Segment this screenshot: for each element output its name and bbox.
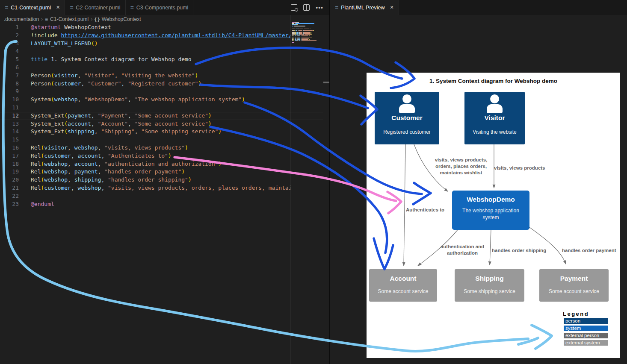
code-line[interactable]: 21Rel(customer, webshop, "visits, views … [0, 184, 290, 192]
code-line[interactable]: 14System_Ext(shipping, "Shipping", "Some… [0, 128, 290, 136]
code-token: "handles order shipping" [108, 176, 188, 183]
line-number: 10 [0, 96, 19, 104]
code-line[interactable]: 13System_Ext(account, "Account", "Some a… [0, 120, 290, 128]
tab-plantuml-preview[interactable]: ≡PlantUML Preview✕ [330, 0, 399, 15]
person-icon [397, 94, 417, 113]
code-token: visitor [54, 72, 78, 79]
code-token: "Some account service" [135, 120, 208, 127]
code-token: @startuml [31, 24, 61, 30]
code-line[interactable]: 11 [0, 104, 290, 112]
split-editor-icon[interactable] [303, 4, 310, 11]
code-token: webshop [74, 144, 98, 151]
code-token: customer [44, 185, 71, 191]
code-line[interactable]: 3LAYOUT_WITH_LEGEND() [0, 40, 290, 48]
plantuml-preview-pane: 1. System Context diagram for Webshop de… [330, 15, 627, 364]
edge-label: handles order shipping [492, 247, 546, 254]
breadcrumb-file[interactable]: C1-Context.puml [50, 16, 89, 22]
close-icon[interactable]: ✕ [390, 5, 394, 10]
diagram-canvas: 1. System Context diagram for Webshop de… [367, 73, 620, 358]
editor-group-preview: ≡PlantUML Preview✕ 1. System Context dia… [330, 0, 627, 364]
code-line[interactable]: 8Person(customer, "Customer", "Registere… [0, 80, 290, 88]
plantuml-file-icon: ≡ [130, 5, 134, 11]
code-token: ( [51, 96, 54, 103]
code-token: Rel [31, 176, 41, 183]
code-line[interactable]: 5title 1. System Context diagram for Web… [0, 56, 290, 64]
more-actions-icon[interactable]: ••• [316, 6, 323, 10]
code-line[interactable]: 18Rel(webshop, account, "authentication … [0, 160, 290, 168]
code-line[interactable]: 2!include https://raw.githubusercontent.… [0, 32, 290, 40]
vscode-window: ≡C1-Context.puml✕≡C2-Container.puml≡C3-C… [0, 0, 627, 364]
code-token: ( [51, 72, 54, 79]
code-editor[interactable]: 1@startuml WebshopContext2!include https… [0, 23, 329, 364]
breadcrumb-folder[interactable]: .documentation [4, 16, 39, 22]
line-number: 11 [0, 104, 19, 112]
code-token: System_Ext [31, 128, 64, 135]
line-number: 19 [0, 168, 19, 176]
node-name: Shipping [455, 275, 524, 282]
code-token: , [98, 168, 105, 175]
code-token: , [115, 72, 121, 79]
code-token: "Some shipping service" [141, 128, 218, 135]
breadcrumb-separator: › [41, 16, 43, 22]
code-line[interactable]: 16Rel(visitor, webshop, "visits, views p… [0, 144, 290, 152]
code-token: "authentication and authorization" [104, 161, 218, 167]
code-token: Person [31, 72, 51, 79]
code-token: https://raw.githubusercontent.com/plantu… [61, 32, 290, 38]
close-icon[interactable]: ✕ [56, 5, 60, 10]
node-description: Some account service [369, 288, 437, 294]
node-name: Payment [539, 275, 609, 282]
code-line[interactable]: 7Person(visitor, "Visitor", "Visiting th… [0, 72, 290, 80]
diagram-node-shipping: ShippingSome shipping service [455, 269, 524, 302]
line-number: 15 [0, 136, 19, 144]
symbol-braces-icon: { } [95, 17, 100, 22]
code-token: , [81, 80, 88, 87]
line-number: 6 [0, 64, 19, 72]
code-token: , [68, 168, 74, 175]
code-token: , [78, 96, 85, 103]
code-token: payment [74, 168, 98, 175]
breadcrumb-symbol[interactable]: WebshopContext [102, 16, 141, 22]
node-description: Registered customer [375, 129, 439, 135]
line-number: 17 [0, 152, 19, 160]
code-line[interactable]: 23@enduml [0, 200, 290, 208]
editor-scrollbar[interactable] [324, 15, 330, 364]
scrollbar-handle[interactable] [323, 82, 330, 83]
code-line[interactable]: 4 [0, 47, 290, 56]
line-number: 7 [0, 72, 19, 80]
tab-label: C2-Container.puml [76, 5, 120, 11]
code-token: "handles order payment" [104, 168, 181, 175]
legend-item-system: system [564, 326, 608, 331]
tab-c3-components-puml[interactable]: ≡C3-Components.puml [126, 0, 194, 15]
open-preview-icon[interactable] [291, 4, 297, 11]
code-token: ) [208, 112, 212, 119]
code-token: System_Ext [31, 120, 64, 127]
minimap[interactable] [290, 15, 324, 364]
code-token: 1. System Context diagram for Webshop de… [47, 56, 192, 62]
plantuml-file-icon: ≡ [335, 5, 338, 11]
tab-bar-left: ≡C1-Context.puml✕≡C2-Container.puml≡C3-C… [0, 0, 329, 15]
code-line[interactable]: 17Rel(customer, account, "Authenticates … [0, 152, 290, 160]
tab-c2-container-puml[interactable]: ≡C2-Container.puml [65, 0, 125, 15]
code-line[interactable]: 1@startuml WebshopContext [0, 23, 290, 32]
tab-label: C3-Components.puml [136, 5, 189, 11]
tab-c1-context-puml[interactable]: ≡C1-Context.puml✕ [0, 0, 65, 15]
code-token: , [68, 161, 74, 167]
code-token: , [91, 120, 98, 127]
code-line[interactable]: 19Rel(webshop, payment, "handles order p… [0, 168, 290, 176]
breadcrumb-separator: › [91, 16, 92, 22]
tab-label: C1-Context.puml [11, 5, 51, 11]
code-token: System [31, 96, 51, 103]
code-token: account [78, 153, 101, 159]
code-line[interactable]: 10System(webshop, "WebshopDemo", "The we… [0, 96, 290, 104]
code-line[interactable]: 22 [0, 192, 290, 200]
code-line[interactable]: 15 [0, 136, 290, 144]
code-token: ) [195, 72, 198, 79]
code-line[interactable]: 9 [0, 88, 290, 96]
code-token: ) [168, 153, 172, 159]
tab-bar-right: ≡PlantUML Preview✕ [330, 0, 627, 15]
code-line[interactable]: 12System_Ext(payment, "Payment", "Some a… [0, 112, 290, 120]
code-line[interactable]: 6 [0, 64, 290, 72]
node-description: Some account service [539, 288, 609, 294]
code-line[interactable]: 20Rel(webshop, shipping, "handles order … [0, 176, 290, 184]
code-token: ( [64, 120, 68, 127]
